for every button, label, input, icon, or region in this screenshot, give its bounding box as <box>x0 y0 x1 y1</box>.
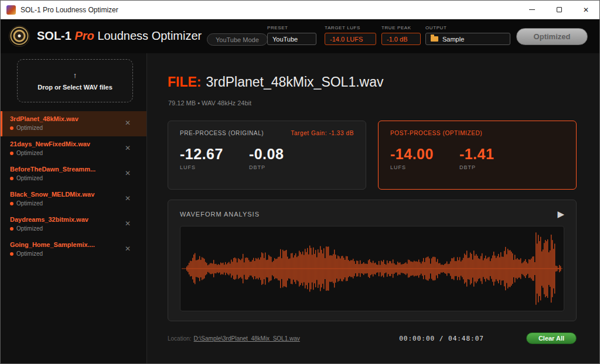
file-name: 21days_NewFixedMix.wav <box>10 140 127 147</box>
location-label: Location: <box>168 335 192 342</box>
remove-file-button[interactable]: ✕ <box>125 144 131 152</box>
true-peak-group: TRUE PEAK -1.0 dB <box>381 25 421 45</box>
pre-values: -12.67 LUFS -0.08 DBTP <box>180 146 354 170</box>
output-label: OUTPUT <box>425 25 510 30</box>
sidebar: ↑ Drop or Select WAV files 3rdPlanet_48k… <box>1 53 147 363</box>
remove-file-button[interactable]: ✕ <box>125 219 131 228</box>
status-text: Optimized <box>16 175 43 181</box>
app-brand: SOL-1 Pro Loudness Optimizer <box>37 29 202 43</box>
remove-file-button[interactable]: ✕ <box>125 169 131 177</box>
minimize-icon <box>529 9 535 10</box>
window-controls: ✕ <box>519 1 599 19</box>
current-file-name: 3rdPlanet_48kMix_SOL1.wav <box>206 74 384 90</box>
waveform-title: WAVEFORM ANALYSIS <box>180 211 260 218</box>
play-button[interactable]: ▶ <box>557 210 564 218</box>
main-content: FILE:3rdPlanet_48kMix_SOL1.wav 79.12 MB … <box>148 53 599 363</box>
optimize-button[interactable]: Optimized <box>516 28 588 45</box>
pre-panel-title: PRE-PROCESS (ORIGINAL) <box>180 130 264 136</box>
target-lufs-group: TARGET LUFS -14.0 LUFS <box>325 25 376 45</box>
pre-lufs-value: -12.67 <box>180 146 223 163</box>
status-dot-icon <box>10 202 13 205</box>
window-title: SOL-1 Pro Loudness Optimizer <box>21 6 118 14</box>
clear-all-button[interactable]: Clear All <box>526 332 577 344</box>
youtube-mode-toggle[interactable]: YouTube Mode <box>207 33 268 46</box>
status-dot-icon <box>10 227 13 231</box>
file-name: 3rdPlanet_48kMix.wav <box>10 115 127 122</box>
post-lufs-label: LUFS <box>390 164 434 170</box>
post-dbtp-label: DBTP <box>459 164 494 170</box>
file-list-item[interactable]: 21days_NewFixedMix.wav Optimized ✕ <box>1 136 146 162</box>
minimize-button[interactable] <box>519 1 546 19</box>
pre-dbtp-label: DBTP <box>249 164 284 170</box>
file-status: Optimized <box>10 175 127 181</box>
pre-dbtp-block: -0.08 DBTP <box>249 146 284 170</box>
dropzone-label: Drop or Select WAV files <box>38 84 112 91</box>
status-text: Optimized <box>16 200 43 207</box>
post-dbtp-block: -1.41 DBTP <box>459 146 494 170</box>
output-group: OUTPUT Sample <box>425 25 510 45</box>
file-name: Going_Home_Samplemix.... <box>10 241 127 248</box>
current-file-heading: FILE:3rdPlanet_48kMix_SOL1.wav <box>168 74 384 90</box>
file-list-item[interactable]: Daydreams_32bitmix.wav Optimized ✕ <box>1 212 146 237</box>
target-lufs-input[interactable]: -14.0 LUFS <box>325 33 376 45</box>
post-lufs-block: -14.00 LUFS <box>390 146 434 170</box>
dropzone[interactable]: ↑ Drop or Select WAV files <box>17 59 133 102</box>
post-values: -14.00 LUFS -1.41 DBTP <box>390 146 564 170</box>
app-window: SOL-1 Pro Loudness Optimizer ✕ SOL-1 Pro… <box>0 0 600 364</box>
location-path-link[interactable]: D:\Sample\3rdPlanet_48kMix_SOL1.wav <box>194 335 300 342</box>
file-list: 3rdPlanet_48kMix.wav Optimized ✕ 21days_… <box>1 111 146 262</box>
time-display: 00:00:00 / 04:48:07 <box>399 335 484 342</box>
metrics-panels: PRE-PROCESS (ORIGINAL) Target Gain: -1.3… <box>168 121 577 190</box>
post-panel-header: POST-PROCESS (OPTIMIZED) <box>390 130 564 136</box>
brand-sol: SOL-1 <box>37 29 71 42</box>
post-lufs-value: -14.00 <box>390 146 434 163</box>
remove-file-button[interactable]: ✕ <box>125 245 131 253</box>
file-status: Optimized <box>10 200 127 207</box>
preset-label: PRESET <box>267 25 316 30</box>
status-text: Optimized <box>16 150 43 156</box>
file-list-item[interactable]: 3rdPlanet_48kMix.wav Optimized ✕ <box>1 111 146 136</box>
status-text: Optimized <box>16 250 43 257</box>
pre-lufs-label: LUFS <box>180 164 223 170</box>
status-dot-icon <box>10 252 13 256</box>
close-button[interactable]: ✕ <box>572 1 599 19</box>
file-status: Optimized <box>10 250 127 257</box>
app-icon <box>6 5 16 15</box>
true-peak-input[interactable]: -1.0 dB <box>381 33 421 45</box>
file-status: Optimized <box>10 125 127 131</box>
file-list-item[interactable]: Going_Home_Samplemix.... Optimized ✕ <box>1 237 146 262</box>
app-logo-icon <box>9 26 30 47</box>
status-dot-icon <box>10 126 13 130</box>
brand-rest: Loudness Optimizer <box>97 29 202 42</box>
pre-panel-header: PRE-PROCESS (ORIGINAL) Target Gain: -1.3… <box>180 130 354 136</box>
preset-select[interactable]: YouTube <box>267 33 316 45</box>
folder-icon <box>431 36 438 42</box>
waveform-header: WAVEFORM ANALYSIS ▶ <box>180 210 564 218</box>
pre-dbtp-value: -0.08 <box>249 146 284 163</box>
status-text: Optimized <box>16 125 43 131</box>
file-status: Optimized <box>10 225 127 232</box>
waveform-display[interactable] <box>180 226 564 311</box>
remove-file-button[interactable]: ✕ <box>125 194 131 202</box>
brand-pro: Pro <box>74 29 94 42</box>
output-folder-name: Sample <box>442 36 464 43</box>
post-panel-title: POST-PROCESS (OPTIMIZED) <box>390 130 482 136</box>
file-list-item[interactable]: BeforeTheDawn_Streamm... Optimized ✕ <box>1 162 146 187</box>
maximize-icon <box>557 7 562 12</box>
maximize-button[interactable] <box>546 1 572 19</box>
file-status: Optimized <box>10 150 127 156</box>
app-header: SOL-1 Pro Loudness Optimizer YouTube Mod… <box>1 19 599 53</box>
status-dot-icon <box>10 152 13 155</box>
status-text: Optimized <box>16 225 43 232</box>
true-peak-label: TRUE PEAK <box>381 25 421 30</box>
upload-arrow-icon: ↑ <box>73 71 77 80</box>
file-list-item[interactable]: Black_Snow_MELDMix.wav Optimized ✕ <box>1 187 146 212</box>
remove-file-button[interactable]: ✕ <box>125 119 131 127</box>
status-dot-icon <box>10 177 13 180</box>
file-name: Black_Snow_MELDMix.wav <box>10 191 127 198</box>
preset-group: PRESET YouTube <box>267 25 316 45</box>
close-icon: ✕ <box>583 6 589 13</box>
titlebar: SOL-1 Pro Loudness Optimizer ✕ <box>1 1 599 19</box>
output-folder-select[interactable]: Sample <box>425 33 510 45</box>
pre-process-panel: PRE-PROCESS (ORIGINAL) Target Gain: -1.3… <box>168 121 366 190</box>
